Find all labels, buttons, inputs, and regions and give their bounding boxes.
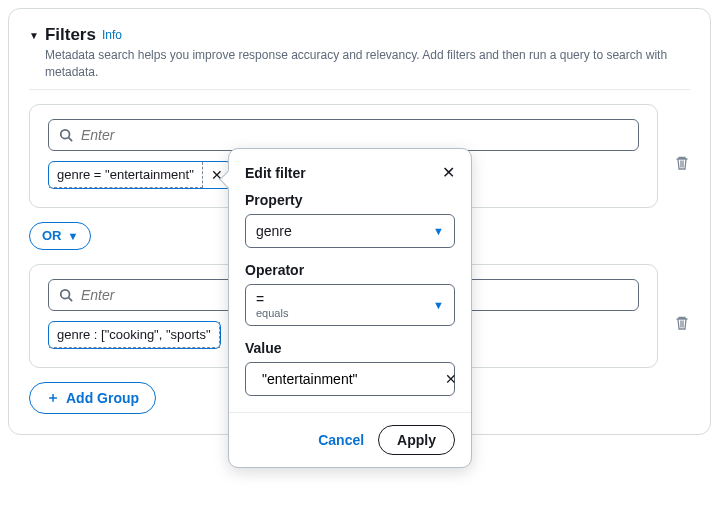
chevron-down-icon: ▼ [433, 299, 444, 311]
value-input[interactable] [262, 371, 437, 387]
cancel-button[interactable]: Cancel [318, 432, 364, 448]
property-value: genre [256, 223, 292, 239]
chevron-down-icon: ▼ [433, 225, 444, 237]
or-label: OR [42, 228, 62, 243]
panel-description: Metadata search helps you improve respon… [45, 47, 690, 81]
operator-value: = [256, 291, 444, 307]
panel-header: ▼ Filters Info [29, 25, 690, 45]
chip-text: genre = "entertainment" [49, 162, 203, 188]
svg-point-0 [61, 129, 70, 138]
popover-title: Edit filter [245, 165, 306, 181]
edit-filter-popover: Edit filter ✕ Property genre ▼ Operator … [228, 148, 472, 468]
clear-icon[interactable]: ✕ [445, 371, 457, 387]
operator-sub: equals [256, 307, 444, 319]
delete-group-button[interactable] [674, 155, 690, 171]
svg-line-1 [69, 137, 73, 141]
value-input-wrapper[interactable]: ✕ [245, 362, 455, 396]
chevron-down-icon: ▼ [68, 230, 79, 242]
filter-search[interactable] [48, 119, 639, 151]
plus-icon: ＋ [46, 389, 60, 407]
add-group-label: Add Group [66, 390, 139, 406]
or-operator-button[interactable]: OR ▼ [29, 222, 91, 250]
filter-search-input[interactable] [81, 127, 628, 143]
filter-chip[interactable]: genre = "entertainment" ✕ [48, 161, 232, 189]
delete-group-button[interactable] [674, 315, 690, 331]
trash-icon [674, 315, 690, 331]
info-link[interactable]: Info [102, 28, 122, 42]
property-select[interactable]: genre ▼ [245, 214, 455, 248]
svg-point-2 [61, 289, 70, 298]
divider [29, 89, 690, 90]
filter-chip[interactable]: genre : ["cooking", "sports" [48, 321, 221, 349]
chip-text: genre : ["cooking", "sports" [49, 322, 220, 348]
operator-label: Operator [245, 262, 455, 278]
svg-line-3 [69, 297, 73, 301]
popover-footer: Cancel Apply [229, 412, 471, 467]
add-group-button[interactable]: ＋ Add Group [29, 382, 156, 414]
value-label: Value [245, 340, 455, 356]
close-icon[interactable]: ✕ [442, 163, 455, 182]
property-label: Property [245, 192, 455, 208]
apply-button[interactable]: Apply [378, 425, 455, 455]
search-icon [59, 288, 73, 302]
panel-title: Filters [45, 25, 96, 45]
collapse-caret-icon[interactable]: ▼ [29, 30, 39, 41]
search-icon [59, 128, 73, 142]
trash-icon [674, 155, 690, 171]
operator-select[interactable]: = equals ▼ [245, 284, 455, 326]
